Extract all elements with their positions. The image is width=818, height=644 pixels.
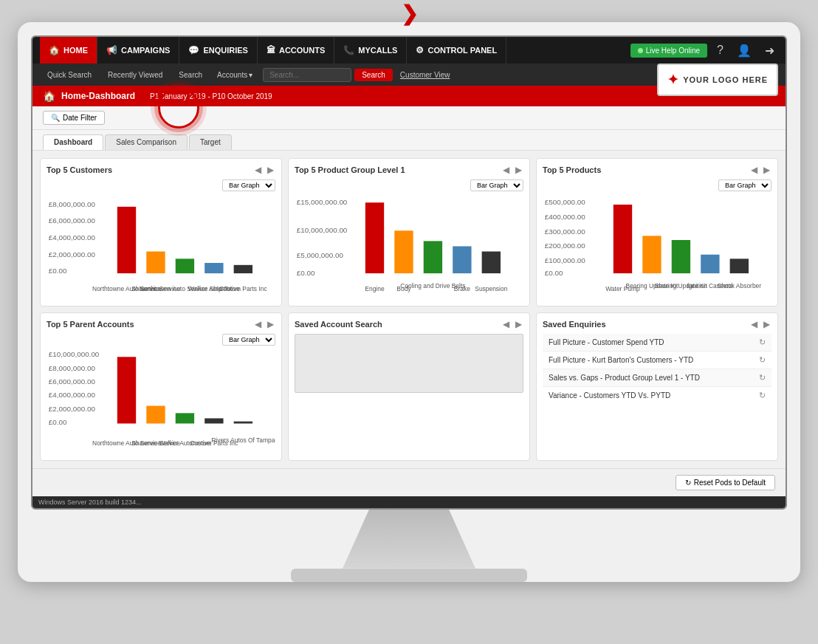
customer-view-link[interactable]: Customer View [394, 71, 456, 79]
pod-top-products-chart: Bar Graph £500,000.00 £400,000.00 £300,0… [543, 179, 771, 300]
quick-search-tab[interactable]: Quick Search [40, 64, 99, 86]
top-product-group-chart-type[interactable]: Bar Graph [470, 179, 523, 191]
saved-enquiry-label-0: Full Picture - Customer Spend YTD [549, 338, 664, 346]
pod-saved-enquiries-collapse[interactable]: ◀ [749, 319, 759, 329]
nav-enquiries-label: ENQUIRIES [203, 46, 248, 55]
pod-top-customers-chart: Bar Graph £8,000,000.00 £6,000,000.00 £4… [47, 179, 275, 300]
svg-rect-36 [642, 236, 661, 273]
svg-rect-37 [672, 240, 690, 273]
pod-top-customers-controls: ◀ ▶ [253, 165, 275, 175]
chevron-indicator: ❯ [401, 1, 418, 26]
svg-text:£200,000.00: £200,000.00 [545, 242, 585, 250]
saved-enquiry-item-1[interactable]: Full Picture - Kurt Barton's Customers -… [543, 352, 771, 369]
nav-campaigns[interactable]: 📢 CAMPAIGNS [97, 37, 179, 64]
logo-box: ✦ YOUR LOGO HERE [657, 64, 778, 96]
svg-rect-6 [146, 251, 165, 273]
pod-saved-enquiries-header: Saved Enquiries ◀ ▶ [543, 319, 771, 329]
tab-target-label: Target [200, 138, 221, 146]
pod-top-parent-accounts-title: Top 5 Parent Accounts [47, 320, 134, 329]
accounts-icon: 🏛 [267, 45, 275, 55]
svg-rect-54 [205, 418, 223, 423]
filter-bar: 🔍 Date Filter [32, 106, 786, 130]
nav-home[interactable]: 🏠 HOME [40, 37, 97, 64]
svg-text:Brake: Brake [454, 285, 470, 292]
live-help-label: Live Help Online [646, 47, 700, 55]
tab-bar: Dashboard Sales Comparison Target [32, 130, 786, 151]
top-nav-wrapper: 🏠 HOME 📢 CAMPAIGNS 💬 ENQUIRIES 🏛 ACCOUNT… [32, 37, 786, 64]
pod-saved-account-search-collapse[interactable]: ◀ [501, 319, 511, 329]
pod-top-product-group-controls: ◀ ▶ [501, 165, 523, 175]
tab-dashboard[interactable]: Dashboard [43, 134, 103, 150]
svg-rect-52 [146, 405, 165, 423]
svg-text:Rivers Autos Of Tampa: Rivers Autos Of Tampa [211, 436, 275, 444]
user-button[interactable]: 👤 [733, 42, 755, 59]
dropdown-arrow-icon: ▾ [249, 71, 252, 79]
saved-enquiry-item-0[interactable]: Full Picture - Customer Spend YTD ↻ [543, 334, 771, 352]
svg-rect-9 [234, 265, 252, 273]
svg-rect-55 [234, 422, 252, 424]
logo-text: YOUR LOGO HERE [683, 75, 768, 84]
pod-top-products-title: Top 5 Products [543, 165, 601, 174]
svg-text:£8,000,000.00: £8,000,000.00 [49, 200, 96, 208]
tab-sales-comparison[interactable]: Sales Comparison [105, 134, 188, 150]
reset-pods-button[interactable]: ↻ Reset Pods to Default [676, 475, 775, 490]
svg-text:Suspension: Suspension [475, 285, 507, 292]
monitor-screen: 🏠 HOME 📢 CAMPAIGNS 💬 ENQUIRIES 🏛 ACCOUNT… [31, 35, 787, 510]
tab-dashboard-label: Dashboard [54, 138, 92, 146]
svg-text:£5,000,000.00: £5,000,000.00 [297, 251, 344, 259]
svg-rect-5 [117, 207, 136, 273]
top-customers-chart-type[interactable]: Bar Graph [222, 179, 275, 191]
pod-top-customers-collapse[interactable]: ◀ [253, 165, 263, 175]
search-input[interactable] [263, 68, 351, 82]
nav-mycalls[interactable]: 📞 MYCALLS [334, 37, 407, 64]
date-filter-button[interactable]: 🔍 Date Filter [43, 111, 105, 125]
pod-top-products-collapse[interactable]: ◀ [749, 165, 759, 175]
status-bar: Windows Server 2016 build 1234... [32, 496, 786, 508]
pod-saved-enquiries-expand[interactable]: ▶ [762, 319, 771, 329]
pod-top-products-header: Top 5 Products ◀ ▶ [543, 165, 771, 175]
svg-text:£0.00: £0.00 [297, 269, 315, 277]
pod-saved-account-search: Saved Account Search ◀ ▶ [288, 312, 530, 461]
search-button[interactable]: Search [354, 69, 393, 81]
pod-top-customers-expand[interactable]: ▶ [266, 165, 275, 175]
svg-text:Shock Absorber: Shock Absorber [718, 282, 762, 290]
svg-rect-22 [453, 246, 471, 273]
recently-viewed-tab[interactable]: Recently Viewed [100, 64, 170, 86]
svg-rect-35 [614, 205, 632, 273]
svg-text:£300,000.00: £300,000.00 [545, 227, 585, 236]
accounts-dropdown[interactable]: Accounts ▾ [211, 71, 258, 79]
svg-text:£10,000,000.00: £10,000,000.00 [297, 226, 348, 234]
search-tab[interactable]: Search [171, 64, 210, 86]
svg-text:£4,000,000.00: £4,000,000.00 [49, 233, 96, 242]
help-button[interactable]: ? [713, 42, 727, 58]
live-help-button[interactable]: Live Help Online [630, 44, 707, 58]
arrow-button[interactable]: ➜ [761, 42, 778, 59]
pod-top-product-group-collapse[interactable]: ◀ [501, 165, 511, 175]
top-parent-accounts-chart-type[interactable]: Bar Graph [222, 334, 275, 346]
saved-enquiries-list: Full Picture - Customer Spend YTD ↻ Full… [543, 334, 771, 404]
nav-enquiries[interactable]: 💬 ENQUIRIES [179, 37, 258, 64]
recently-viewed-label: Recently Viewed [108, 71, 162, 79]
search-tab-label: Search [179, 71, 202, 79]
pod-saved-account-search-expand[interactable]: ▶ [514, 319, 523, 329]
pod-top-product-group-expand[interactable]: ▶ [514, 165, 523, 175]
nav-accounts[interactable]: 🏛 ACCOUNTS [258, 37, 334, 64]
mycalls-icon: 📞 [343, 45, 354, 55]
pod-top-product-group: Top 5 Product Group Level 1 ◀ ▶ Bar Grap… [288, 158, 530, 306]
svg-text:£100,000.00: £100,000.00 [545, 256, 585, 264]
saved-enquiry-item-2[interactable]: Sales vs. Gaps - Product Group Level 1 -… [543, 369, 771, 387]
pod-top-products-controls: ◀ ▶ [749, 165, 771, 175]
saved-enquiry-item-3[interactable]: Variance - Customers YTD Vs. PYTD ↻ [543, 387, 771, 404]
tab-target[interactable]: Target [189, 134, 232, 150]
controlpanel-icon: ⚙ [416, 45, 424, 55]
svg-rect-20 [394, 230, 413, 273]
pod-top-parent-accounts-collapse[interactable]: ◀ [253, 319, 263, 329]
top-products-chart-type[interactable]: Bar Graph [718, 179, 771, 191]
pod-top-products-expand[interactable]: ▶ [762, 165, 771, 175]
nav-mycalls-label: MYCALLS [358, 46, 397, 55]
nav-controlpanel[interactable]: ⚙ CONTROL PANEL [407, 37, 506, 64]
pod-top-parent-accounts-expand[interactable]: ▶ [266, 319, 275, 329]
quick-search-label: Quick Search [47, 71, 92, 79]
svg-text:£6,000,000.00: £6,000,000.00 [49, 216, 96, 225]
saved-enquiry-icon-3: ↻ [759, 391, 766, 400]
